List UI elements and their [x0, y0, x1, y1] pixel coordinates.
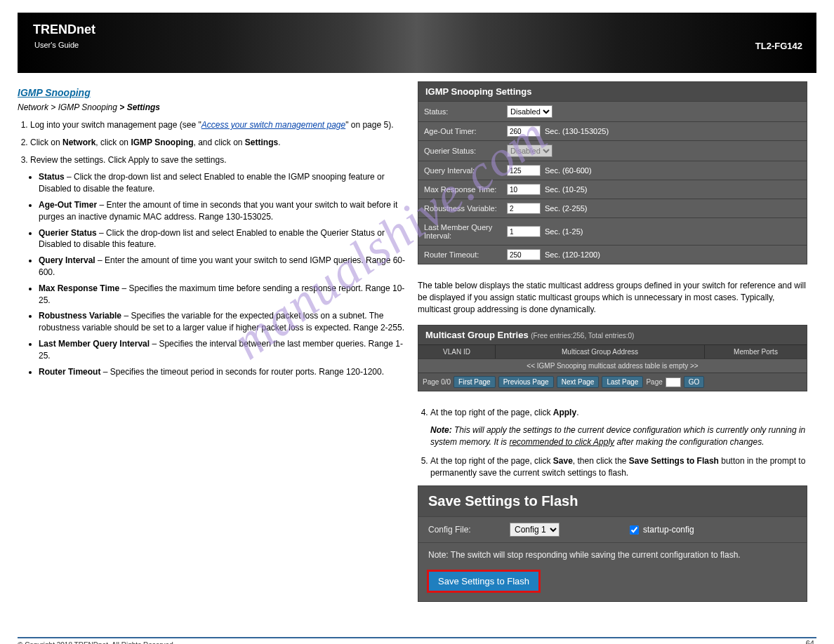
- querier-status-select[interactable]: Disabled: [507, 145, 552, 157]
- go-button[interactable]: GO: [684, 376, 705, 388]
- header-model: TL2-FG142: [755, 41, 802, 51]
- query-interval-hint: Sec. (60-600): [545, 166, 592, 175]
- multicast-explainer: The table below displays the static mult…: [418, 280, 807, 315]
- list-item: Review the settings. Click Apply to save…: [30, 154, 409, 166]
- col-vlan-id: VLAN ID: [418, 345, 496, 358]
- col-multicast-group-address: Multicast Group Address: [496, 345, 705, 358]
- max-response-label: Max Response Time:: [418, 180, 503, 199]
- igmp-settings-panel: IGMP Snooping Settings Status: Disabled …: [418, 81, 807, 264]
- list-item: Router Timeout – Specifies the timeout p…: [39, 366, 409, 378]
- list-item: Querier Status – Click the drop-down lis…: [39, 227, 409, 251]
- robustness-input[interactable]: [507, 203, 541, 214]
- lmqi-input[interactable]: [507, 226, 541, 237]
- list-item: At the top right of the page, click Appl…: [430, 407, 807, 419]
- status-select[interactable]: Disabled: [507, 105, 552, 118]
- config-file-label: Config File:: [418, 525, 510, 535]
- panel-title: IGMP Snooping Settings: [418, 82, 807, 101]
- router-timeout-label: Router Timeout:: [418, 246, 503, 264]
- panel-title: Multicast Group Entries (Free entries:25…: [418, 326, 807, 344]
- list-item: Status – Click the drop-down list and se…: [39, 171, 409, 195]
- save-note: Note: The switch will stop responding wh…: [418, 543, 807, 567]
- list-item: Click on Network, click on IGMP Snooping…: [30, 137, 409, 149]
- startup-config-label: startup-config: [643, 525, 694, 535]
- breadcrumb: Network > IGMP Snooping > Settings: [18, 102, 409, 112]
- pager: Page 0/0 First Page Previous Page Next P…: [418, 373, 807, 391]
- config-file-select[interactable]: Config 1: [510, 523, 560, 537]
- section-heading-link[interactable]: IGMP Snooping: [18, 87, 91, 98]
- list-item: Log into your switch management page (se…: [30, 119, 409, 131]
- page-number-input[interactable]: [666, 377, 681, 387]
- save-settings-button[interactable]: Save Settings to Flash: [428, 571, 539, 591]
- header-tagline: User's Guide: [34, 41, 79, 49]
- col-member-ports: Member Ports: [705, 345, 807, 358]
- startup-config-checkbox[interactable]: [630, 525, 639, 535]
- query-interval-label: Query Interval:: [418, 161, 503, 180]
- lmqi-label: Last Member Query Interval:: [418, 218, 503, 245]
- querier-status-label: Querier Status:: [418, 141, 503, 161]
- previous-page-button[interactable]: Previous Page: [498, 376, 554, 388]
- access-mgmt-link[interactable]: Access your switch management page: [201, 120, 345, 130]
- list-item: Robustness Variable – Specifies the vari…: [39, 310, 409, 334]
- list-item: At the top right of the page, click Save…: [430, 455, 807, 479]
- header-banner: TRENDnet User's Guide TL2-FG142: [18, 13, 816, 73]
- table-empty-message: << IGMP Snooping multicast address table…: [418, 358, 807, 373]
- brand-logo: TRENDnet: [33, 22, 95, 37]
- nav-path-text: Network > IGMP Snooping: [18, 102, 119, 112]
- query-interval-input[interactable]: [507, 165, 541, 176]
- page-label: Page: [646, 378, 662, 386]
- save-settings-panel: Save Settings to Flash Config File: Conf…: [418, 485, 807, 602]
- max-response-input[interactable]: [507, 184, 541, 195]
- nav-path-current: > Settings: [119, 102, 160, 112]
- last-page-button[interactable]: Last Page: [602, 376, 643, 388]
- list-item: Age-Out Timer – Enter the amount of time…: [39, 199, 409, 223]
- first-page-button[interactable]: First Page: [454, 376, 496, 388]
- page-of-label: Page 0/0: [423, 378, 451, 386]
- robustness-hint: Sec. (2-255): [545, 204, 588, 213]
- next-page-button[interactable]: Next Page: [557, 376, 600, 388]
- router-timeout-input[interactable]: [507, 249, 541, 260]
- footer-divider: [18, 637, 816, 638]
- startup-config-checkbox-wrap[interactable]: startup-config: [630, 525, 694, 535]
- note-paragraph: Note: This will apply the settings to th…: [430, 424, 807, 448]
- age-out-label: Age-Out Timer:: [418, 122, 503, 140]
- age-out-hint: Sec. (130-153025): [545, 127, 609, 135]
- list-item: Max Response Time – Specifies the maximu…: [39, 283, 409, 307]
- max-response-hint: Sec. (10-25): [545, 185, 588, 194]
- list-item: Query Interval – Enter the amount of tim…: [39, 255, 409, 279]
- list-item: Last Member Query Interval – Specifies t…: [39, 338, 409, 362]
- age-out-input[interactable]: [507, 126, 541, 137]
- table-header: VLAN ID Multicast Group Address Member P…: [418, 344, 807, 358]
- panel-title: Save Settings to Flash: [428, 493, 797, 509]
- multicast-panel: Multicast Group Entries (Free entries:25…: [418, 325, 807, 391]
- lmqi-hint: Sec. (1-25): [545, 227, 583, 236]
- status-label: Status:: [418, 102, 503, 121]
- robustness-label: Robustness Variable:: [418, 199, 503, 217]
- router-timeout-hint: Sec. (120-1200): [545, 250, 600, 259]
